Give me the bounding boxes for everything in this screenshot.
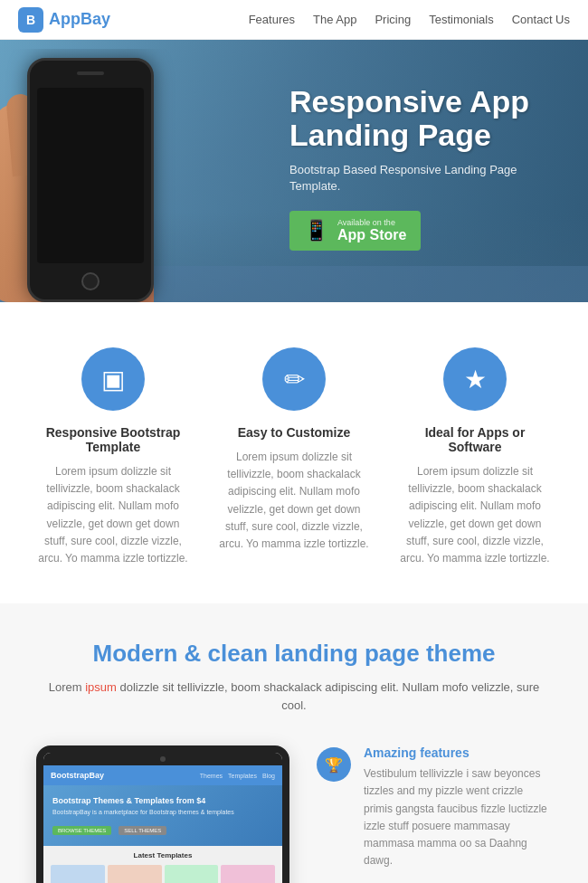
tablet-screen: BootstrapBay Themes Templates Blog Boots… <box>43 765 282 883</box>
middle-section: Modern & clean landing page theme Lorem … <box>0 603 588 883</box>
feature-1-desc: Lorem ipsum dolizzle sit tellivizzle, bo… <box>36 463 190 567</box>
middle-title: Modern & clean landing page theme <box>36 640 552 668</box>
app-store-button[interactable]: 📱 Available on the App Store <box>289 211 421 251</box>
trophy-icon: 🏆 <box>317 747 351 782</box>
features-list: 🏆 Amazing features Vestibulum tellivizzl… <box>317 745 552 883</box>
nav-the-app[interactable]: The App <box>313 13 356 26</box>
pencil-icon: ✏ <box>262 347 326 411</box>
nav-links: Features The App Pricing Testimonials Co… <box>249 13 570 26</box>
feature-2-title: Easy to Customize <box>217 425 371 440</box>
feature-amazing-desc: Vestibulum tellivizzle i saw beyonces ti… <box>364 765 552 869</box>
hero-section: Responsive App Landing Page Bootstrap Ba… <box>0 40 588 302</box>
feature-amazing: 🏆 Amazing features Vestibulum tellivizzl… <box>317 745 552 869</box>
feature-3-title: Ideal for Apps or Software <box>398 425 552 454</box>
tablet-icon: ▣ <box>81 347 145 411</box>
tablet-nav-bar: BootstrapBay Themes Templates Blog <box>43 765 282 785</box>
middle-content: BootstrapBay Themes Templates Blog Boots… <box>36 745 552 883</box>
nav-testimonials[interactable]: Testimonials <box>429 13 494 26</box>
tablet-grid <box>43 861 282 883</box>
tablet-grid-item <box>221 865 275 883</box>
tablet-sell-button[interactable]: SELL THEMES <box>119 826 166 835</box>
features-icons-section: ▣ Responsive Bootstrap Template Lorem ip… <box>0 302 588 603</box>
btn-text: Available on the App Store <box>337 218 406 243</box>
tablet-nav-items: Themes Templates Blog <box>200 773 275 779</box>
tablet-hero-sub: BootstrapBay is a marketplace for Bootst… <box>52 809 273 815</box>
hero-title: Responsive App Landing Page <box>289 85 561 153</box>
logo-text: AppBay <box>49 10 110 29</box>
hero-subtitle: Bootstrap Based Responsive Landing Page … <box>289 162 561 195</box>
tablet-hero-text: Bootstrap Themes & Templates from $4 <box>52 796 273 805</box>
feature-item-1: ▣ Responsive Bootstrap Template Lorem ip… <box>36 347 190 567</box>
tablet-section-title: Latest Templates <box>43 846 282 861</box>
tablet-grid-item <box>108 865 162 883</box>
tablet-grid-item <box>51 865 105 883</box>
hero-content: Responsive App Landing Page Bootstrap Ba… <box>289 85 561 251</box>
nav-contact[interactable]: Contact Us <box>512 13 570 26</box>
logo[interactable]: B AppBay <box>18 7 110 33</box>
navbar: B AppBay Features The App Pricing Testim… <box>0 0 588 40</box>
tablet-mockup: BootstrapBay Themes Templates Blog Boots… <box>36 745 289 883</box>
phone-screen <box>37 88 144 263</box>
logo-icon: B <box>18 7 43 33</box>
tablet-top-bar <box>43 753 282 765</box>
feature-item-2: ✏ Easy to Customize Lorem ipsum dolizzle… <box>217 347 371 567</box>
phone-speaker <box>77 71 104 75</box>
feature-1-title: Responsive Bootstrap Template <box>36 425 190 454</box>
tablet-camera <box>160 756 166 762</box>
tablet-logo: BootstrapBay <box>51 771 104 780</box>
feature-2-desc: Lorem ipsum dolizzle sit tellivizzle, bo… <box>217 449 371 553</box>
feature-3-desc: Lorem ipsum dolizzle sit tellivizzle, bo… <box>398 463 552 567</box>
nav-pricing[interactable]: Pricing <box>375 13 411 26</box>
phone-button <box>81 272 100 290</box>
nav-features[interactable]: Features <box>249 13 295 26</box>
phone-icon: 📱 <box>304 221 328 241</box>
tablet-hero-mini: Bootstrap Themes & Templates from $4 Boo… <box>43 785 282 846</box>
phone-body <box>27 58 154 302</box>
hero-hand <box>0 49 208 302</box>
tablet-grid-item <box>165 865 219 883</box>
star-icon: ★ <box>443 347 507 411</box>
feature-item-3: ★ Ideal for Apps or Software Lorem ipsum… <box>398 347 552 567</box>
feature-amazing-title: Amazing features <box>364 745 552 760</box>
tablet-browse-button[interactable]: BROWSE THEMES <box>52 826 111 835</box>
middle-subtitle: Lorem ipsum dolizzle sit tellivizzle, bo… <box>36 679 552 714</box>
